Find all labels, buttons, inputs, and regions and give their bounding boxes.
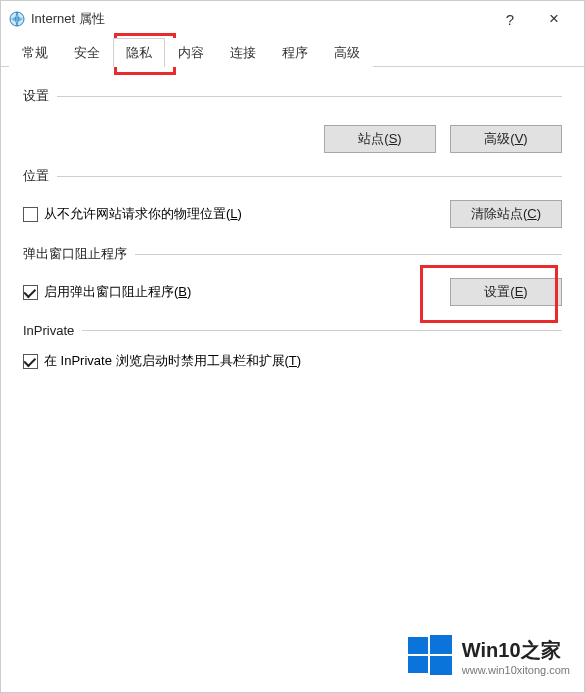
window-title: Internet 属性 — [31, 10, 105, 28]
location-checkbox[interactable] — [23, 207, 38, 222]
tab-content[interactable]: 内容 — [165, 38, 217, 67]
divider — [135, 254, 562, 255]
clear-sites-button[interactable]: 清除站点(C) — [450, 200, 562, 228]
divider — [57, 96, 562, 97]
popup-checkbox-row[interactable]: 启用弹出窗口阻止程序(B) — [23, 277, 191, 307]
tab-general[interactable]: 常规 — [9, 38, 61, 67]
inprivate-checkbox[interactable] — [23, 354, 38, 369]
section-location-header: 位置 — [23, 167, 562, 185]
section-settings-header: 设置 — [23, 87, 562, 105]
svg-rect-2 — [430, 635, 452, 654]
tab-programs[interactable]: 程序 — [269, 38, 321, 67]
section-location-label: 位置 — [23, 167, 49, 185]
titlebar: Internet 属性 ? × — [1, 1, 584, 37]
watermark-title: Win10之家 — [462, 637, 570, 664]
sites-button[interactable]: 站点(S) — [324, 125, 436, 153]
svg-rect-1 — [408, 637, 428, 654]
internet-options-icon — [9, 11, 25, 27]
location-checkbox-label: 从不允许网站请求你的物理位置(L) — [44, 205, 242, 223]
popup-settings-button[interactable]: 设置(E) — [450, 278, 562, 306]
popup-checkbox-label: 启用弹出窗口阻止程序(B) — [44, 283, 191, 301]
divider — [82, 330, 562, 331]
popup-checkbox[interactable] — [23, 285, 38, 300]
close-button[interactable]: × — [532, 3, 576, 35]
section-inprivate-label: InPrivate — [23, 323, 74, 338]
advanced-button[interactable]: 高级(V) — [450, 125, 562, 153]
section-popup-label: 弹出窗口阻止程序 — [23, 245, 127, 263]
tab-privacy[interactable]: 隐私 — [113, 38, 165, 67]
svg-rect-3 — [408, 656, 428, 673]
section-inprivate-header: InPrivate — [23, 323, 562, 338]
help-button[interactable]: ? — [488, 3, 532, 35]
tab-panel-privacy: 设置 站点(S) 高级(V) 位置 从不允许网站请求你的物理位置(L) 清除站点… — [1, 67, 584, 388]
tab-security[interactable]: 安全 — [61, 38, 113, 67]
divider — [57, 176, 562, 177]
section-settings-label: 设置 — [23, 87, 49, 105]
windows-logo-icon — [408, 633, 452, 680]
section-popup-header: 弹出窗口阻止程序 — [23, 245, 562, 263]
tab-connections[interactable]: 连接 — [217, 38, 269, 67]
location-checkbox-row[interactable]: 从不允许网站请求你的物理位置(L) — [23, 199, 242, 229]
svg-rect-4 — [430, 656, 452, 675]
inprivate-checkbox-row[interactable]: 在 InPrivate 浏览启动时禁用工具栏和扩展(T) — [23, 346, 562, 376]
inprivate-checkbox-label: 在 InPrivate 浏览启动时禁用工具栏和扩展(T) — [44, 352, 301, 370]
tab-advanced[interactable]: 高级 — [321, 38, 373, 67]
tab-strip: 常规 安全 隐私 内容 连接 程序 高级 — [1, 37, 584, 67]
watermark-url: www.win10xitong.com — [462, 664, 570, 676]
watermark: Win10之家 www.win10xitong.com — [408, 633, 570, 680]
